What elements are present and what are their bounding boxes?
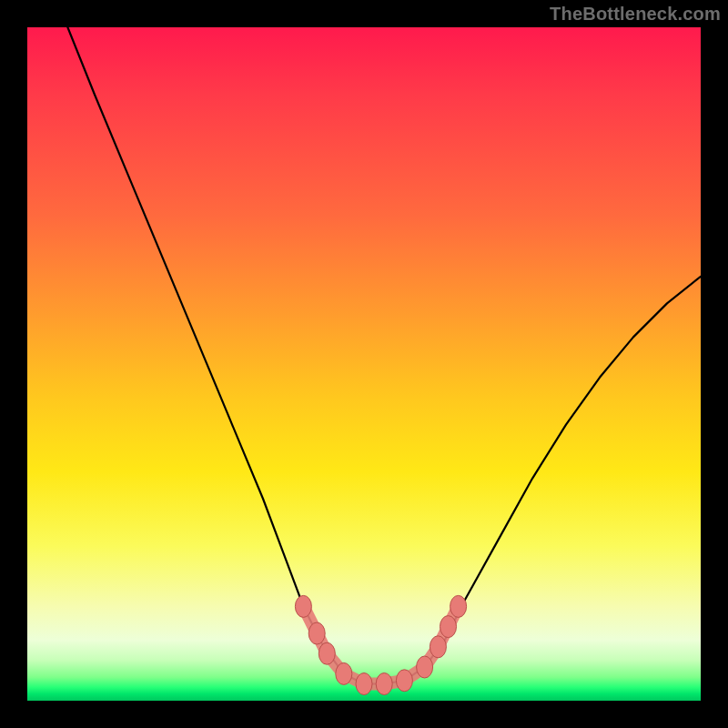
valley-marker [440,616,457,638]
valley-marker [356,673,372,695]
bottleneck-curve [67,27,701,684]
valley-marker [376,673,392,695]
valley-marker [417,656,433,678]
outer-frame: TheBottleneck.com [0,0,728,728]
plot-area [27,27,701,701]
valley-marker [318,642,335,664]
valley-marker [396,670,412,692]
valley-marker [430,636,446,658]
valley-marker [308,622,325,644]
chart-svg [27,27,701,701]
valley-marker [450,595,467,617]
watermark-text: TheBottleneck.com [550,4,721,25]
valley-marker [336,662,352,684]
valley-marker [295,595,311,617]
